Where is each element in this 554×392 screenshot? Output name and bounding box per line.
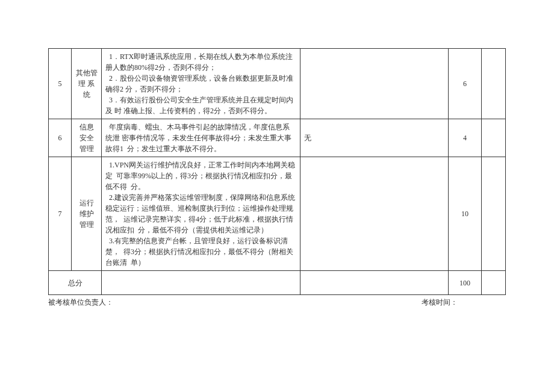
table-row: 5 其他管理 系统 1．RTX即时通讯系统应用，长期在线人数为本单位系统注册人数… [49, 49, 506, 119]
total-label: 总分 [49, 271, 102, 295]
row-blank [482, 49, 506, 119]
row-extra [300, 157, 449, 271]
row-blank [482, 119, 506, 157]
total-desc [102, 271, 300, 295]
row-category: 运行 维护 管理 [72, 157, 102, 271]
row-description: 1.VPN网关运行维护情况良好，正常工作时间内本地网关稳定 可靠率99%以上的，… [102, 157, 300, 271]
row-blank [482, 157, 506, 271]
total-blank [482, 271, 506, 295]
table-row: 6 信息 安全 管理 年度病毒、蠕虫、木马事件引起的故障情况，年度信息系统泄 密… [49, 119, 506, 157]
row-extra [300, 49, 449, 119]
row-category: 其他管理 系统 [72, 49, 102, 119]
row-index: 5 [49, 49, 72, 119]
total-row: 总分 100 [49, 271, 506, 295]
footer-signer-label: 被考核单位负责人： [48, 297, 113, 308]
row-index: 7 [49, 157, 72, 271]
total-extra [300, 271, 449, 295]
row-category: 信息 安全 管理 [72, 119, 102, 157]
row-index: 6 [49, 119, 72, 157]
row-score: 4 [449, 119, 482, 157]
total-score: 100 [449, 271, 482, 295]
footer-date-label: 考核时间： [422, 297, 458, 308]
row-extra: 无 [300, 119, 449, 157]
row-description: 年度病毒、蠕虫、木马事件引起的故障情况，年度信息系统泄 密事件情况等，未发生任何… [102, 119, 300, 157]
table-row: 7 运行 维护 管理 1.VPN网关运行维护情况良好，正常工作时间内本地网关稳定… [49, 157, 506, 271]
row-description: 1．RTX即时通讯系统应用，长期在线人数为本单位系统注册人数的80%得2分，否则… [102, 49, 300, 119]
assessment-table: 5 其他管理 系统 1．RTX即时通讯系统应用，长期在线人数为本单位系统注册人数… [48, 48, 506, 295]
row-score: 6 [449, 49, 482, 119]
row-score: 10 [449, 157, 482, 271]
